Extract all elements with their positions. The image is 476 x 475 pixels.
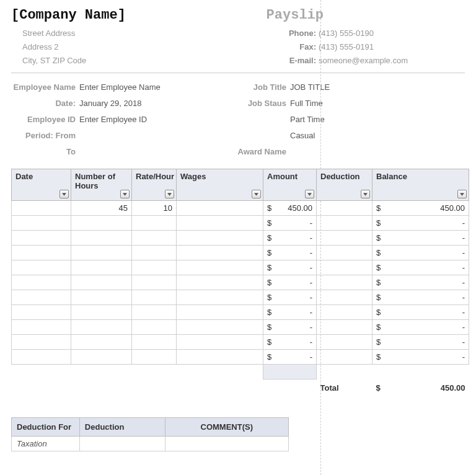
filter-icon[interactable] [165, 190, 174, 198]
table-cell[interactable] [12, 290, 71, 305]
ded-col-for: Deduction For [12, 417, 80, 436]
table-cell[interactable]: $- [372, 231, 469, 246]
table-cell[interactable] [132, 320, 177, 335]
col-amount[interactable]: Amount [263, 169, 317, 201]
table-cell[interactable] [317, 290, 372, 305]
filter-icon[interactable] [457, 190, 467, 198]
deduction-table: Deduction For Deduction COMMENT(S) Taxat… [11, 417, 289, 451]
table-cell[interactable]: $- [263, 320, 317, 335]
table-cell[interactable]: $- [372, 320, 469, 335]
table-cell[interactable]: $- [263, 275, 317, 290]
table-cell[interactable]: $- [372, 335, 469, 350]
table-cell[interactable]: $- [372, 350, 469, 365]
table-cell[interactable]: $- [372, 260, 469, 275]
col-date[interactable]: Date [12, 169, 71, 201]
table-cell[interactable] [317, 305, 372, 320]
table-cell[interactable] [177, 260, 263, 275]
table-cell[interactable] [317, 260, 372, 275]
table-cell[interactable] [132, 216, 177, 231]
period-to-label: To [11, 144, 79, 160]
table-cell[interactable] [132, 260, 177, 275]
table-cell[interactable] [317, 350, 372, 365]
filter-icon[interactable] [361, 190, 370, 198]
table-cell[interactable] [177, 290, 263, 305]
table-cell[interactable] [71, 246, 132, 260]
table-cell[interactable] [12, 201, 71, 216]
table-cell[interactable] [12, 246, 71, 260]
table-cell[interactable]: 45 [71, 201, 132, 216]
total-balance: $450.00 [372, 380, 469, 395]
table-cell[interactable] [71, 320, 132, 335]
table-cell[interactable] [12, 335, 71, 350]
table-cell[interactable] [12, 216, 71, 231]
table-cell[interactable] [177, 231, 263, 246]
col-rate[interactable]: Rate/Hour [132, 169, 177, 201]
table-cell[interactable] [317, 216, 372, 231]
table-cell[interactable] [132, 290, 177, 305]
table-cell[interactable] [177, 216, 263, 231]
filter-icon[interactable] [60, 190, 69, 198]
table-cell[interactable] [177, 320, 263, 335]
table-cell[interactable] [71, 275, 132, 290]
table-cell[interactable] [177, 305, 263, 320]
table-cell[interactable] [12, 260, 71, 275]
table-cell[interactable] [132, 246, 177, 260]
table-cell[interactable] [12, 275, 71, 290]
table-cell[interactable]: $- [263, 231, 317, 246]
col-hours[interactable]: Number of Hours [71, 169, 132, 201]
table-cell[interactable]: $- [263, 216, 317, 231]
table-cell[interactable] [177, 335, 263, 350]
table-cell[interactable]: $450.00 [372, 201, 469, 216]
status-parttime: Part Time [290, 112, 325, 128]
table-cell[interactable] [177, 350, 263, 365]
table-cell[interactable]: $- [263, 246, 317, 260]
table-cell[interactable] [132, 335, 177, 350]
table-cell[interactable]: $- [263, 290, 317, 305]
table-cell[interactable] [132, 350, 177, 365]
table-cell[interactable] [12, 320, 71, 335]
table-cell[interactable]: $- [263, 335, 317, 350]
filter-icon[interactable] [120, 190, 130, 198]
table-cell[interactable] [12, 350, 71, 365]
table-cell[interactable] [71, 305, 132, 320]
table-cell[interactable]: $- [372, 246, 469, 260]
table-cell[interactable] [12, 231, 71, 246]
table-cell[interactable] [132, 231, 177, 246]
table-cell[interactable]: $- [263, 260, 317, 275]
table-cell[interactable] [177, 246, 263, 260]
table-cell[interactable] [12, 305, 71, 320]
table-cell[interactable] [71, 290, 132, 305]
table-cell[interactable] [71, 260, 132, 275]
table-cell[interactable] [317, 275, 372, 290]
table-cell[interactable]: $- [263, 305, 317, 320]
table-cell[interactable] [317, 201, 372, 216]
filter-icon[interactable] [252, 190, 261, 198]
col-amount-label: Amount [267, 172, 298, 181]
table-cell[interactable] [317, 231, 372, 246]
col-balance[interactable]: Balance [372, 169, 469, 201]
table-cell[interactable] [71, 216, 132, 231]
table-cell[interactable]: $- [372, 290, 469, 305]
col-deduction[interactable]: Deduction [317, 169, 372, 201]
table-cell[interactable] [177, 201, 263, 216]
table-cell[interactable] [132, 305, 177, 320]
table-cell[interactable] [71, 350, 132, 365]
table-cell[interactable]: $- [263, 350, 317, 365]
table-cell[interactable] [317, 335, 372, 350]
table-cell[interactable] [317, 320, 372, 335]
filter-icon[interactable] [305, 190, 314, 198]
table-cell[interactable] [71, 231, 132, 246]
table-cell[interactable] [177, 275, 263, 290]
table-cell[interactable]: $- [372, 305, 469, 320]
table-cell[interactable] [71, 335, 132, 350]
total-label: Total [317, 380, 372, 395]
table-cell[interactable]: $- [372, 275, 469, 290]
table-cell[interactable]: $- [372, 216, 469, 231]
col-wages[interactable]: Wages [177, 169, 263, 201]
total-row: Total $450.00 [12, 380, 469, 395]
table-cell[interactable]: 10 [132, 201, 177, 216]
table-cell[interactable]: $450.00 [263, 201, 317, 216]
table-cell[interactable] [317, 246, 372, 260]
table-row: $-$- [12, 231, 469, 246]
table-cell[interactable] [132, 275, 177, 290]
